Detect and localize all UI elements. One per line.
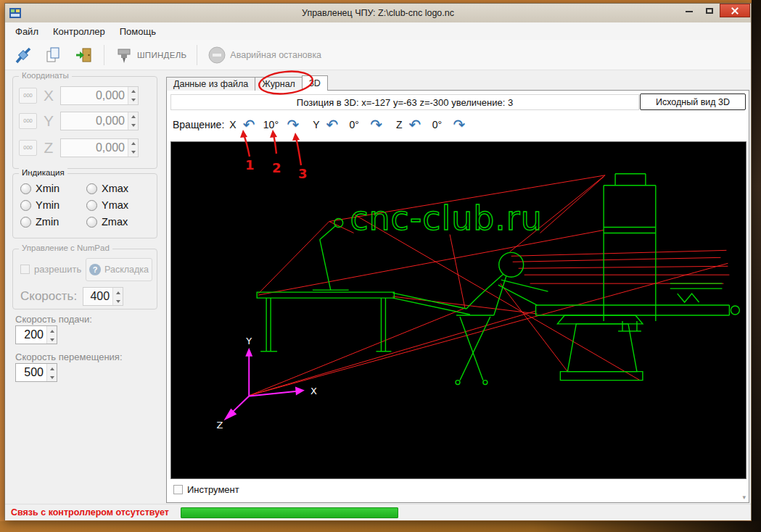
connection-status-text: Связь с контроллером отсутствует bbox=[11, 507, 169, 518]
tab-3d[interactable]: 3D bbox=[302, 75, 328, 91]
viewport-3d[interactable]: cnc-club.ru bbox=[170, 141, 746, 479]
tab-panel-3d: Позиция в 3D: x=-127 y=-63 z=-300 увелич… bbox=[166, 90, 749, 503]
zero-x-button[interactable]: 000 bbox=[19, 88, 37, 104]
connect-icon bbox=[14, 46, 33, 65]
chevron-down-icon[interactable]: ▾ bbox=[742, 494, 746, 501]
spindle-button[interactable]: ШПИНДЕЛЬ bbox=[110, 43, 191, 67]
rotation-x-label: X bbox=[229, 119, 236, 130]
toolbar: ШПИНДЕЛЬ Аварийная остановка bbox=[5, 40, 751, 70]
spin-down-icon[interactable] bbox=[128, 96, 138, 104]
rotate-y-cw-icon[interactable]: ↷ bbox=[369, 117, 384, 132]
menu-file[interactable]: Файл bbox=[8, 24, 46, 39]
feed-speed-spinner[interactable]: 200 bbox=[15, 325, 57, 344]
minimize-button[interactable] bbox=[679, 4, 699, 17]
radio-zmin-label: Zmin bbox=[36, 216, 59, 228]
radio-icon bbox=[20, 183, 31, 194]
minimize-icon bbox=[686, 11, 693, 12]
spin-up-icon[interactable] bbox=[113, 288, 123, 296]
move-speed-value: 500 bbox=[16, 364, 46, 381]
emergency-stop-icon bbox=[207, 46, 226, 65]
rotation-x-value: 10° bbox=[261, 119, 280, 130]
spin-up-icon[interactable] bbox=[128, 87, 138, 96]
checkbox-icon bbox=[20, 265, 30, 274]
spin-down-icon[interactable] bbox=[113, 296, 123, 305]
close-button[interactable] bbox=[720, 4, 750, 17]
radio-zmin[interactable]: Zmin bbox=[20, 216, 86, 228]
indication-options: Xmin Xmax Ymin Ymax Zmin Zmax bbox=[20, 183, 152, 228]
rotate-x-cw-icon[interactable]: ↷ bbox=[285, 117, 300, 132]
maximize-button[interactable] bbox=[699, 4, 720, 17]
title-bar[interactable]: Управленец ЧПУ: Z:\club-cnc logo.nc bbox=[5, 4, 751, 22]
coordinate-y-spinner[interactable]: 0,000 bbox=[60, 112, 139, 130]
radio-ymax[interactable]: Ymax bbox=[86, 199, 152, 211]
copy-icon bbox=[44, 46, 63, 65]
tab-file-data[interactable]: Данные из файла bbox=[166, 77, 255, 91]
tool-checkbox-icon[interactable] bbox=[173, 485, 183, 494]
coordinate-z-value: 0,000 bbox=[61, 139, 128, 157]
rotation-y-label: Y bbox=[313, 119, 319, 130]
radio-ymin[interactable]: Ymin bbox=[20, 199, 86, 211]
connect-button[interactable] bbox=[9, 43, 37, 67]
toolbar-separator bbox=[104, 45, 104, 65]
keyboard-layout-button[interactable]: ? Раскладка bbox=[86, 258, 152, 281]
logo-text: cnc-club.ru bbox=[350, 199, 542, 238]
progress-bar bbox=[181, 507, 398, 518]
coordinate-row-x: 000 X 0,000 bbox=[19, 86, 139, 105]
spin-up-icon[interactable] bbox=[47, 326, 57, 335]
toolpath-drawing: cnc-club.ru bbox=[257, 174, 739, 385]
numpad-speed-spinner[interactable]: 400 bbox=[83, 287, 123, 306]
radio-icon bbox=[86, 183, 97, 194]
spin-down-icon[interactable] bbox=[128, 148, 138, 157]
numpad-enable-checkbox[interactable]: разрешить bbox=[20, 264, 81, 275]
position-readout: Позиция в 3D: x=-127 y=-63 z=-300 увелич… bbox=[170, 94, 639, 110]
rotation-z-label: Z bbox=[396, 119, 403, 130]
rotate-y-ccw-icon[interactable]: ↶ bbox=[325, 117, 340, 132]
exit-door-button[interactable] bbox=[70, 43, 98, 67]
emergency-stop-label: Аварийная остановка bbox=[230, 50, 321, 60]
tab-strip: Данные из файла Журнал 3D bbox=[166, 76, 328, 91]
coordinates-group-label: Координаты bbox=[19, 71, 72, 80]
tool-checkbox-row[interactable]: Инструмент bbox=[173, 484, 239, 495]
radio-icon bbox=[20, 217, 31, 228]
radio-icon bbox=[20, 200, 31, 211]
app-window: Управленец ЧПУ: Z:\club-cnc logo.nc Файл… bbox=[4, 3, 752, 520]
radio-icon bbox=[86, 200, 97, 211]
numpad-speed-label: Скорость: bbox=[20, 289, 77, 304]
spin-up-icon[interactable] bbox=[128, 139, 138, 148]
menu-help[interactable]: Помощь bbox=[112, 24, 163, 39]
rotate-x-ccw-icon[interactable]: ↶ bbox=[242, 117, 257, 132]
move-speed-spinner[interactable]: 500 bbox=[15, 363, 57, 382]
spin-up-icon[interactable] bbox=[128, 112, 138, 121]
reset-view-button[interactable]: Исходный вид 3D bbox=[640, 93, 746, 110]
numpad-group: Управление с NumPad разрешить ? Раскладк… bbox=[12, 249, 157, 309]
door-exit-icon bbox=[75, 46, 94, 65]
spin-down-icon[interactable] bbox=[47, 373, 57, 381]
radio-xmin[interactable]: Xmin bbox=[20, 183, 86, 194]
emergency-stop-button[interactable]: Аварийная остановка bbox=[203, 43, 326, 67]
zero-z-button[interactable]: 000 bbox=[19, 140, 37, 156]
tab-journal[interactable]: Журнал bbox=[255, 77, 303, 91]
keyboard-layout-label: Раскладка bbox=[104, 265, 149, 275]
rotate-z-ccw-icon[interactable]: ↶ bbox=[408, 117, 423, 132]
coordinate-x-spinner[interactable]: 0,000 bbox=[60, 86, 139, 105]
maximize-icon bbox=[706, 8, 713, 14]
menu-controller[interactable]: Контроллер bbox=[46, 24, 112, 39]
numpad-enable-label: разрешить bbox=[34, 264, 81, 275]
indication-group: Индикация Xmin Xmax Ymin Ymax Zmin Zmax bbox=[12, 173, 157, 238]
copy-button[interactable] bbox=[40, 43, 67, 67]
radio-ymin-label: Ymin bbox=[36, 199, 59, 211]
spin-down-icon[interactable] bbox=[47, 335, 57, 344]
coordinate-z-spinner[interactable]: 0,000 bbox=[60, 138, 139, 157]
zero-y-button[interactable]: 000 bbox=[19, 113, 37, 129]
axis-z-text: Z bbox=[216, 420, 223, 431]
spin-up-icon[interactable] bbox=[47, 364, 57, 373]
spin-down-icon[interactable] bbox=[128, 121, 138, 130]
radio-xmax[interactable]: Xmax bbox=[86, 183, 152, 194]
radio-zmax[interactable]: Zmax bbox=[86, 216, 152, 228]
desktop-wallpaper-edge bbox=[752, 0, 761, 532]
window-title: Управленец ЧПУ: Z:\club-cnc logo.nc bbox=[5, 8, 751, 18]
rotate-z-cw-icon[interactable]: ↷ bbox=[451, 117, 466, 132]
window-controls bbox=[679, 4, 750, 17]
feed-speed-label: Скорость подачи: bbox=[15, 314, 92, 325]
feed-speed-value: 200 bbox=[16, 326, 46, 344]
